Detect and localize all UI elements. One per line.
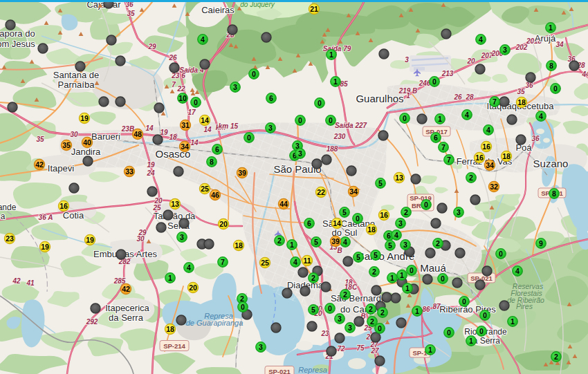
svg-text:0: 0 [403, 114, 407, 122]
svg-text:13: 13 [395, 174, 403, 182]
svg-text:5: 5 [356, 253, 360, 261]
svg-text:16: 16 [59, 202, 68, 210]
svg-text:230: 230 [333, 133, 346, 140]
svg-text:1: 1 [390, 274, 394, 282]
svg-text:2: 2 [404, 208, 408, 216]
svg-text:44: 44 [581, 71, 588, 78]
svg-text:85: 85 [340, 80, 348, 88]
svg-text:11: 11 [303, 256, 311, 265]
svg-text:1: 1 [511, 317, 515, 326]
svg-text:39: 39 [238, 169, 246, 177]
svg-text:1: 1 [549, 24, 553, 32]
svg-text:6: 6 [269, 94, 273, 102]
svg-text:16: 16 [475, 153, 484, 162]
svg-text:21: 21 [310, 5, 318, 13]
svg-text:3: 3 [298, 149, 302, 158]
svg-text:3: 3 [180, 233, 184, 241]
svg-text:Cotia: Cotia [63, 210, 84, 221]
svg-text:23 6: 23 6 [171, 72, 185, 80]
svg-text:km 15: km 15 [219, 122, 239, 130]
svg-text:0: 0 [499, 250, 503, 258]
svg-text:16: 16 [482, 142, 490, 151]
svg-text:6: 6 [387, 232, 391, 240]
svg-text:0: 0 [298, 116, 302, 124]
svg-text:2: 2 [436, 239, 440, 247]
svg-text:0: 0 [328, 304, 332, 312]
svg-text:19: 19 [41, 243, 49, 251]
svg-text:5: 5 [388, 241, 392, 250]
svg-text:SP-214: SP-214 [163, 342, 185, 350]
svg-text:om Jesus: om Jesus [0, 39, 35, 49]
svg-text:Santana de: Santana de [53, 70, 100, 80]
svg-text:48: 48 [134, 130, 142, 138]
svg-text:42: 42 [12, 277, 21, 285]
svg-text:Jandira: Jandira [71, 147, 101, 157]
svg-text:18: 18 [235, 241, 243, 250]
svg-text:de Guarapiranga: de Guarapiranga [186, 319, 244, 327]
svg-text:19: 19 [147, 161, 155, 169]
svg-text:3: 3 [403, 241, 407, 249]
svg-text:0: 0 [241, 303, 245, 311]
svg-text:10: 10 [178, 94, 187, 102]
svg-text:5: 5 [311, 306, 315, 314]
svg-text:0: 0 [441, 274, 445, 283]
svg-text:25: 25 [201, 185, 209, 193]
svg-text:SP-021: SP-021 [268, 368, 291, 374]
svg-text:0: 0 [553, 84, 558, 93]
svg-text:40: 40 [83, 138, 91, 147]
svg-text:2: 2 [343, 290, 347, 299]
svg-text:36: 36 [531, 135, 540, 142]
svg-text:18: 18 [166, 325, 174, 333]
svg-text:34: 34 [555, 41, 564, 48]
svg-text:2: 2 [369, 305, 373, 313]
svg-text:2: 2 [469, 174, 473, 182]
svg-text:14: 14 [333, 219, 341, 227]
svg-text:31: 31 [181, 121, 190, 129]
svg-text:34: 34 [486, 161, 494, 169]
svg-text:4: 4 [486, 126, 490, 134]
svg-text:da Serra: da Serra [109, 312, 144, 323]
svg-text:Saída 227: Saída 227 [335, 122, 367, 129]
svg-text:2: 2 [554, 353, 558, 361]
svg-text:23B: 23B [121, 125, 134, 133]
svg-text:36 A: 36 A [39, 214, 53, 221]
svg-text:Arujá: Arujá [535, 33, 556, 44]
svg-text:13: 13 [171, 200, 179, 208]
svg-text:17: 17 [187, 109, 196, 116]
svg-text:8: 8 [549, 62, 553, 70]
svg-text:20: 20 [189, 283, 197, 292]
svg-text:1: 1 [329, 50, 333, 59]
svg-text:22: 22 [317, 188, 325, 196]
svg-text:20: 20 [219, 220, 228, 228]
svg-text:3: 3 [457, 208, 461, 216]
svg-text:Mauá: Mauá [420, 262, 446, 274]
svg-text:7: 7 [447, 156, 451, 164]
svg-text:26: 26 [453, 93, 462, 101]
svg-text:6: 6 [307, 219, 311, 227]
svg-text:44: 44 [279, 200, 288, 208]
svg-text:7: 7 [441, 143, 445, 151]
svg-text:Barueri: Barueri [91, 131, 120, 142]
svg-text:rande: rande [0, 203, 17, 212]
svg-text:72: 72 [337, 345, 345, 353]
svg-text:0: 0 [318, 99, 322, 107]
svg-text:4: 4 [515, 267, 520, 275]
svg-text:188: 188 [327, 145, 338, 153]
svg-text:0: 0 [462, 297, 466, 306]
svg-text:36: 36 [525, 82, 533, 89]
svg-text:1: 1 [168, 274, 172, 282]
svg-text:23: 23 [6, 234, 14, 243]
svg-text:42: 42 [122, 285, 130, 293]
svg-text:Suzano: Suzano [533, 158, 569, 169]
svg-text:B: B [337, 247, 342, 254]
svg-text:28: 28 [465, 93, 474, 101]
svg-text:3: 3 [259, 343, 263, 351]
svg-text:8: 8 [552, 189, 556, 198]
svg-text:20: 20 [466, 57, 475, 65]
svg-text:1: 1 [333, 77, 338, 86]
svg-text:35: 35 [36, 135, 44, 143]
svg-text:Taboão da: Taboão da [154, 211, 196, 221]
svg-text:3: 3 [348, 324, 352, 332]
svg-text:4: 4 [539, 112, 543, 120]
svg-text:4: 4 [465, 111, 469, 119]
